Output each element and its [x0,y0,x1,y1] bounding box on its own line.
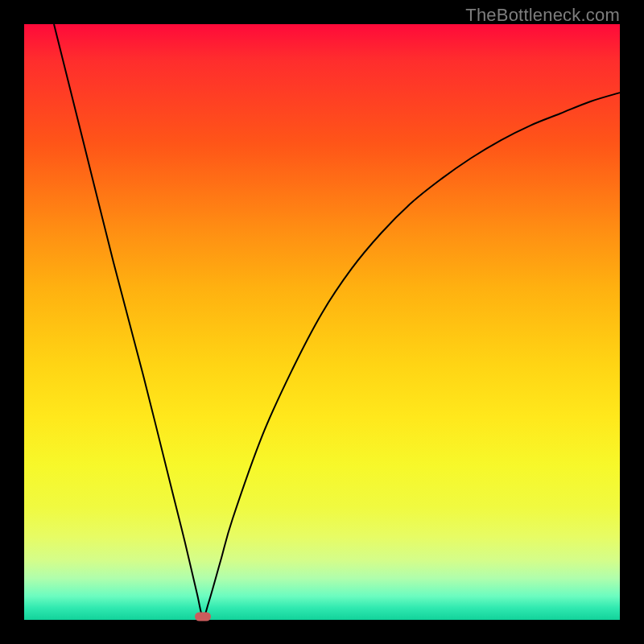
watermark-text: TheBottleneck.com [465,5,620,26]
bottleneck-curve [54,24,620,617]
chart-frame: TheBottleneck.com [0,0,644,644]
optimal-marker [195,613,211,621]
curve-layer [24,24,620,620]
